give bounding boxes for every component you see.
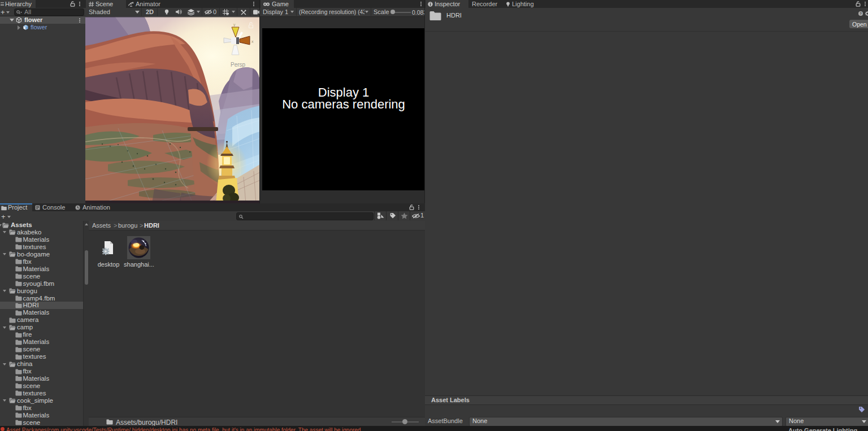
- svg-text:?: ?: [860, 12, 862, 15]
- svg-text:x: x: [251, 40, 254, 43]
- svg-text:y: y: [233, 23, 236, 27]
- svg-text:Persp: Persp: [231, 62, 246, 68]
